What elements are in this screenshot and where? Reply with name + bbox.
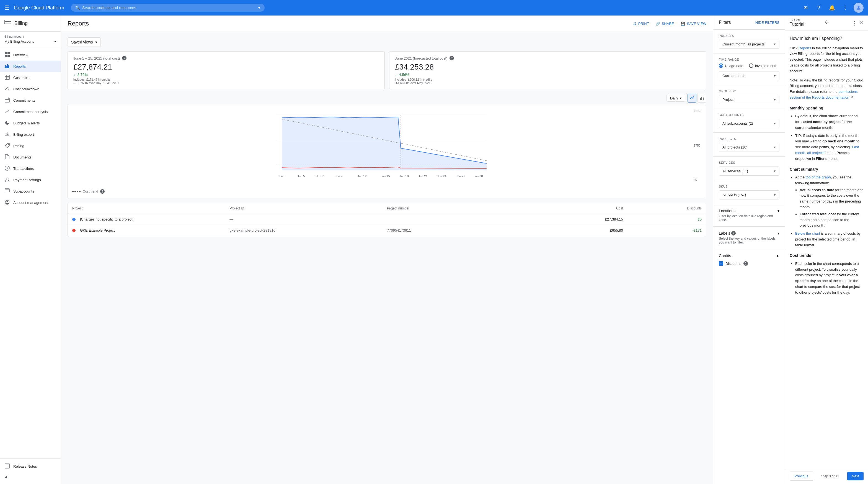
documents-icon (4, 154, 10, 160)
filter-group-by-select[interactable]: Project ▾ (719, 95, 779, 104)
discounts-checkbox[interactable]: ✓ (719, 261, 723, 266)
cost-trend-line-icon (72, 191, 81, 192)
filter-projects-select[interactable]: All projects (16) ▾ (719, 143, 779, 152)
release-notes-label: Release Notes (13, 464, 37, 468)
sidebar-item-budgets-label: Budgets & alerts (13, 121, 39, 125)
sidebar-item-cost-breakdown-label: Cost breakdown (13, 87, 39, 91)
sidebar-item-cost-table[interactable]: Cost table (0, 72, 61, 83)
tutorial-reports-link[interactable]: Reports (799, 46, 811, 50)
billing-account-select[interactable]: My Billing Account ▾ (4, 39, 56, 44)
radio-usage-date[interactable]: Usage date (719, 63, 743, 68)
svg-rect-6 (7, 55, 10, 57)
tutorial-section-monthly: Monthly Spending (790, 105, 864, 111)
svg-rect-29 (700, 98, 701, 100)
filter-labels-chevron: ▾ (777, 231, 779, 235)
chart-daily-selector[interactable]: Daily ▾ (666, 95, 685, 102)
filter-presets-select[interactable]: Current month, all projects ▾ (719, 39, 779, 49)
filter-presets-value: Current month, all projects (722, 42, 765, 46)
sidebar-item-release-notes[interactable]: Release Notes (0, 461, 61, 472)
stats-row: June 1 – 25, 2021 (total cost) ? £27,874… (67, 51, 706, 89)
tutorial-intro: Click Reports in the Billing navigation … (790, 46, 864, 74)
sidebar-item-reports[interactable]: Reports (0, 61, 61, 72)
sidebar-item-commitments[interactable]: Commitments (0, 95, 61, 106)
help-icon[interactable]: ? (814, 3, 824, 13)
filter-labels-title-text: Labels (719, 231, 730, 235)
filter-projects-arrow: ▾ (774, 145, 776, 149)
svg-text:Jun 7: Jun 7 (316, 174, 324, 178)
filter-services-arrow: ▾ (774, 169, 776, 173)
email-icon[interactable]: ✉ (801, 3, 810, 13)
billing-icon (4, 20, 11, 27)
actual-cost-period: June 1 – 25, 2021 (total cost) (73, 56, 120, 60)
sidebar-item-pricing-label: Pricing (13, 144, 24, 148)
filter-labels-help-icon[interactable]: ? (731, 231, 736, 235)
app-logo: Google Cloud Platform (14, 5, 64, 11)
search-input[interactable] (82, 5, 258, 10)
discounts-help-icon[interactable]: ? (743, 261, 748, 266)
notifications-icon[interactable]: 🔔 (827, 3, 837, 13)
sidebar-collapse-button[interactable]: ◀ (0, 472, 61, 482)
sidebar-item-overview[interactable]: Overview (0, 49, 61, 61)
more-options-icon[interactable]: ⋮ (840, 3, 850, 13)
filter-services-label: Services (719, 161, 779, 164)
chart-y-label-mid: £750 (693, 144, 702, 147)
tutorial-below-chart-link[interactable]: Below the chart (795, 231, 820, 235)
radio-invoice-month[interactable]: Invoice month (749, 63, 777, 68)
sidebar-item-budgets-alerts[interactable]: Budgets & alerts (0, 117, 61, 129)
filter-locations-section: Locations ▾ Filter by location data like… (713, 204, 785, 227)
radio-invoice-month-label: Invoice month (755, 64, 777, 68)
sidebar-item-pricing[interactable]: Pricing (0, 140, 61, 151)
sidebar-item-cost-breakdown[interactable]: Cost breakdown (0, 83, 61, 95)
sidebar-item-account-management[interactable]: Account management (0, 197, 61, 208)
print-button[interactable]: 🖨 PRINT (633, 22, 649, 26)
reports-main: Reports 🖨 PRINT 🔗 SHARE 💾 SAVE VIEW (61, 16, 713, 484)
search-bar[interactable]: 🔍 ▾ (71, 4, 265, 11)
project-name-cell-0: [Charges not specific to a project] (72, 217, 230, 221)
filter-presets-arrow: ▾ (774, 42, 776, 46)
forecasted-cost-header: June 2021 (forecasted total cost) ? (395, 56, 701, 60)
search-dropdown-arrow[interactable]: ▾ (258, 5, 260, 10)
sidebar-item-transactions[interactable]: Transactions (0, 163, 61, 174)
hide-filters-button[interactable]: HIDE FILTERS (755, 21, 779, 25)
tutorial-top-graph-link[interactable]: top of the graph (806, 175, 831, 179)
hamburger-menu[interactable]: ☰ (4, 4, 9, 11)
actual-cost-subtitle1: includes -£171.47 in credits (73, 78, 379, 81)
filter-subaccounts-select[interactable]: All subaccounts (2) ▾ (719, 119, 779, 128)
tutorial-close-button[interactable]: ✕ (860, 20, 864, 26)
save-view-button[interactable]: 💾 SAVE VIEW (681, 22, 706, 26)
filter-subaccounts-label: Subaccounts (719, 113, 779, 117)
cost-trend-help-icon[interactable]: ? (100, 189, 104, 194)
sidebar-item-commitment-analysis[interactable]: Commitment analysis (0, 106, 61, 117)
forecasted-cost-help-icon[interactable]: ? (450, 56, 454, 60)
filter-time-range-select[interactable]: Current month ▾ (719, 71, 779, 80)
tutorial-back-button[interactable] (824, 19, 830, 26)
sidebar-item-documents[interactable]: Documents (0, 151, 61, 163)
cost-chart: £1.5K £750 £0 (67, 105, 706, 198)
sidebar-item-transactions-label: Transactions (13, 167, 34, 171)
sidebar-item-billing-export[interactable]: Billing export (0, 129, 61, 140)
sidebar-item-subaccounts[interactable]: Subaccounts (0, 186, 61, 197)
filter-services-select[interactable]: All services (11) ▾ (719, 167, 779, 176)
line-chart-button[interactable] (687, 94, 696, 103)
bar-chart-button[interactable] (698, 94, 706, 103)
user-avatar[interactable] (854, 3, 864, 13)
filter-group-by-arrow: ▾ (774, 97, 776, 102)
share-button[interactable]: 🔗 SHARE (656, 22, 674, 26)
actual-cost-help-icon[interactable]: ? (122, 56, 126, 60)
tutorial-previous-button[interactable]: Previous (790, 472, 813, 481)
overview-icon (4, 52, 10, 58)
filter-services-value: All services (11) (722, 169, 748, 173)
table-row: GKE Example Project gke-example-project-… (68, 225, 706, 236)
filter-credits-header[interactable]: Credits ▲ (719, 254, 779, 258)
sidebar-item-payment-settings[interactable]: Payment settings (0, 174, 61, 186)
filter-labels-title: Labels ? (719, 231, 736, 235)
tutorial-permissions-link[interactable]: permissions section of the Reports docum… (790, 89, 858, 99)
tutorial-more-button[interactable]: ⋮ (852, 20, 857, 26)
saved-views-dropdown[interactable]: Saved views ▾ (67, 37, 101, 47)
budgets-icon (4, 120, 10, 126)
actual-cost-amount: £27,874.21 (73, 63, 379, 72)
filter-skus-select[interactable]: All SKUs (157) ▾ (719, 190, 779, 199)
filter-locations-header[interactable]: Locations ▾ (719, 209, 779, 213)
tutorial-next-button[interactable]: Next (847, 472, 864, 480)
filter-labels-header[interactable]: Labels ? ▾ (719, 231, 779, 235)
